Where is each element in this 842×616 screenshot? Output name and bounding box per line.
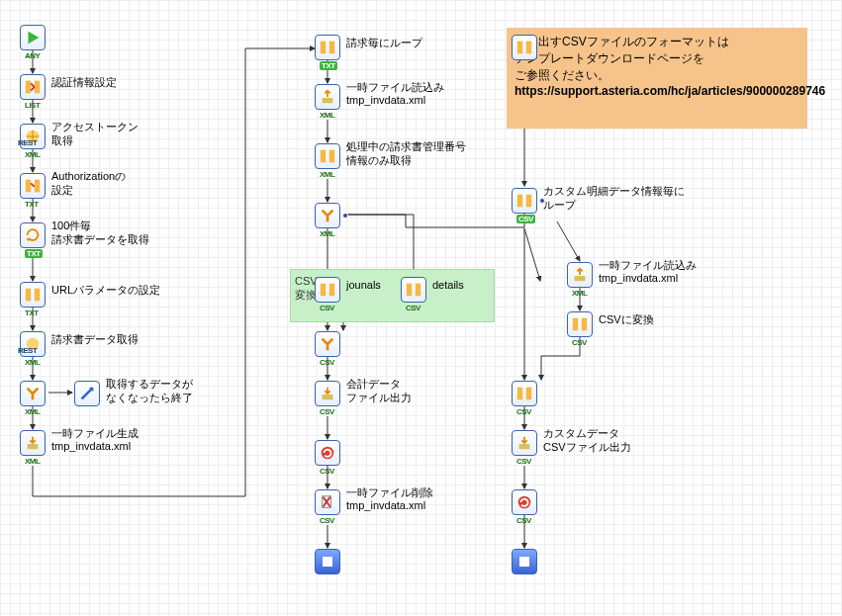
- type-tag: XML: [25, 457, 40, 466]
- node-tmp-gen[interactable]: 一時ファイル生成 tmp_invdata.xml XML: [20, 430, 46, 456]
- svg-rect-25: [35, 81, 40, 94]
- type-tag: CSV: [320, 358, 334, 367]
- node-get-100[interactable]: 100件毎 請求書データを取得 TXT: [20, 222, 46, 248]
- node-label-2: tmp_invdata.xml: [346, 499, 425, 511]
- type-tag: TXT: [25, 308, 39, 317]
- node-label: jounals: [346, 279, 381, 293]
- type-tag: XML: [25, 358, 40, 367]
- svg-rect-44: [329, 284, 334, 297]
- comment-line: テンプレートダウンロードページを: [515, 50, 799, 67]
- svg-line-27: [31, 87, 35, 91]
- node-branch-exit[interactable]: 取得するデータが なくなったら終了: [74, 381, 100, 406]
- mapper-icon: [20, 173, 46, 199]
- comment-line: 書き出すCSVファイルのフォーマットは: [515, 34, 799, 50]
- node-conv1[interactable]: CSV: [315, 440, 340, 466]
- start-icon: [20, 25, 46, 50]
- svg-rect-56: [575, 276, 586, 281]
- node-branch[interactable]: XML: [20, 381, 46, 406]
- type-tag: TXT: [320, 61, 337, 70]
- node-proc-2[interactable]: CSV: [512, 381, 537, 406]
- node-journals[interactable]: jounals CSV: [315, 277, 340, 303]
- node-label-1: アクセストークン: [51, 121, 139, 134]
- filedel-icon: [315, 489, 340, 515]
- comment-box: 書き出すCSVファイルのフォーマットは テンプレートダウンロードページを ご参照…: [507, 28, 807, 129]
- comment-line: ご参照ください。: [515, 67, 799, 84]
- type-tag: CSV: [516, 457, 531, 466]
- type-tag: XML: [25, 150, 40, 159]
- port-dot: [342, 213, 348, 219]
- node-label-1: 一時ファイル生成: [51, 427, 139, 441]
- node-tmp-read[interactable]: 一時ファイル読込み tmp_invdata.xml XML: [315, 84, 340, 110]
- svg-rect-41: [321, 150, 326, 163]
- node-label-2: 請求書データを取得: [51, 232, 149, 247]
- svg-rect-33: [26, 289, 31, 302]
- node-label: 認証情報設定: [51, 76, 117, 90]
- svg-rect-38: [321, 42, 326, 54]
- node-label: CSVに変換: [599, 313, 654, 327]
- node-right-entry[interactable]: [512, 35, 537, 60]
- mapper-icon: [315, 277, 340, 303]
- type-tag: CSV: [320, 407, 334, 416]
- node-get-data[interactable]: 請求書データ取得 REST XML: [20, 331, 46, 357]
- type-tag: REST: [18, 138, 37, 147]
- node-label-1: 一時ファイル削除: [346, 486, 433, 500]
- node-conv-2[interactable]: CSV: [512, 489, 537, 515]
- node-csv-convert-2[interactable]: CSVに変換 CSV: [567, 311, 593, 337]
- svg-rect-30: [35, 180, 40, 193]
- loop-icon: [20, 222, 46, 248]
- node-label-2: CSVファイル出力: [543, 440, 631, 455]
- type-tag: XML: [320, 229, 334, 238]
- node-label-1: Authorizationの: [51, 170, 126, 184]
- node-label-2: 情報のみ取得: [346, 153, 412, 168]
- fileget-icon: [567, 262, 593, 288]
- node-label-1: 一時ファイル読込み: [599, 259, 697, 273]
- node-url-param[interactable]: URLパラメータの設定 TXT: [20, 282, 46, 308]
- node-details[interactable]: details CSV: [401, 277, 426, 303]
- type-tag: XML: [25, 407, 40, 416]
- node-label-2: ファイル出力: [346, 391, 412, 405]
- svg-rect-61: [519, 444, 530, 449]
- node-access-token[interactable]: アクセストークン 取得 REST XML: [20, 124, 46, 149]
- node-end-2[interactable]: [512, 549, 537, 574]
- node-end-1[interactable]: [315, 549, 340, 574]
- fileput-icon: [315, 381, 340, 406]
- mapper-icon: [315, 143, 340, 169]
- svg-rect-57: [573, 318, 578, 331]
- branch-icon: [315, 203, 340, 228]
- node-tmp-read-2[interactable]: 一時ファイル読込み tmp_invdata.xml XML: [567, 262, 593, 288]
- node-out-accounting[interactable]: 会計データ ファイル出力 CSV: [315, 381, 340, 406]
- end-icon: [315, 549, 340, 574]
- fileput-icon: [20, 430, 46, 456]
- loop-icon: [315, 35, 340, 60]
- svg-rect-24: [26, 81, 31, 94]
- type-tag: CSV: [320, 516, 334, 525]
- svg-rect-58: [582, 318, 587, 331]
- node-label: details: [432, 279, 464, 293]
- node-filter[interactable]: 処理中の請求書管理番号 情報のみ取得 XML: [315, 143, 340, 169]
- comment-url: https://support.asteria.com/hc/ja/articl…: [515, 83, 799, 100]
- node-auth-set[interactable]: 認証情報設定 LIST: [20, 74, 46, 100]
- type-tag: XML: [320, 111, 334, 120]
- node-out-custom[interactable]: カスタムデータ CSVファイル出力 CSV: [512, 430, 537, 456]
- node-loop-custom[interactable]: カスタム明細データ情報毎に ループ CSV: [512, 188, 537, 214]
- mapper-icon: [512, 35, 537, 60]
- mapper-icon: [20, 282, 46, 308]
- node-label-1: 会計データ: [346, 378, 401, 392]
- node-label-2: tmp_invdata.xml: [346, 94, 425, 106]
- svg-rect-42: [329, 150, 334, 163]
- node-authorization[interactable]: Authorizationの 設定 TXT: [20, 173, 46, 199]
- svg-rect-29: [26, 180, 31, 193]
- type-tag: ANY: [25, 51, 40, 60]
- svg-rect-40: [323, 98, 333, 103]
- mapper-icon: [567, 311, 593, 337]
- type-tag: CSV: [320, 467, 334, 476]
- type-tag: XML: [572, 289, 587, 298]
- convert-icon: [315, 440, 340, 466]
- node-tmp-del[interactable]: 一時ファイル削除 tmp_invdata.xml CSV: [315, 489, 340, 515]
- node-loop-invoice[interactable]: 請求毎にループ TXT: [315, 35, 340, 60]
- node-merge[interactable]: CSV: [315, 331, 340, 357]
- node-split[interactable]: XML: [315, 203, 340, 228]
- node-start[interactable]: ANY: [20, 25, 46, 50]
- node-label: URLパラメータの設定: [51, 284, 160, 298]
- svg-rect-34: [35, 289, 40, 302]
